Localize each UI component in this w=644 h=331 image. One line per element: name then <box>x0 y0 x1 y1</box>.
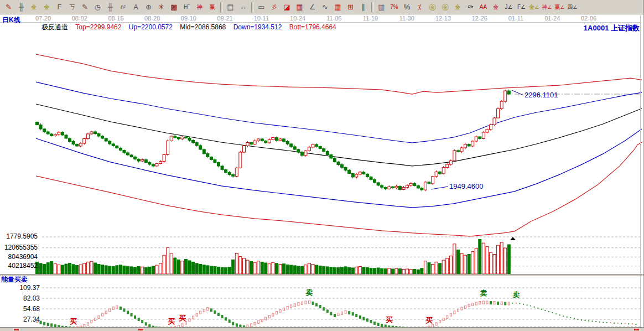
buy-signal-marker: 买 <box>70 317 77 325</box>
bottom-scrollbar[interactable] <box>0 327 644 331</box>
indicator-mid-value: Mid=2086.5868 <box>180 23 226 31</box>
date-tick: 12-26 <box>472 15 487 22</box>
date-tick: 12-13 <box>435 15 451 22</box>
symbol-label[interactable]: 1A0001 上证指数 <box>584 24 640 32</box>
sell-signal-marker: 卖 <box>480 289 487 297</box>
indicator-down-value: Down=1934.512 <box>233 23 282 31</box>
date-tick: 09-21 <box>217 15 233 22</box>
volume-axis-label: 80436904 <box>0 254 38 261</box>
main-axis-low-label: 1779.5905 <box>0 233 38 240</box>
indicator-readout: 极反通道 Top=2299.9462 Up=2200.0572 Mid=2086… <box>41 24 342 31</box>
date-tick: 08-28 <box>144 15 160 22</box>
energy-pane-title[interactable]: 能量买卖 <box>1 276 28 283</box>
date-tick: 10-11 <box>254 15 269 22</box>
buy-signal-marker: 买 <box>386 316 393 324</box>
date-tick: 11-06 <box>326 15 341 22</box>
date-tick: 10-24 <box>290 15 305 22</box>
date-tick: 01-24 <box>544 15 560 22</box>
indicator-name[interactable]: 极反通道 <box>41 23 68 31</box>
energy-axis-label: 82.03 <box>0 295 40 302</box>
last-price-annotation: 2296.1101 <box>524 91 558 99</box>
date-tick: 09-10 <box>181 15 196 22</box>
scrollbar-mark <box>634 329 639 330</box>
volume-axis-label: 120655355 <box>0 244 38 251</box>
date-tick: 08-02 <box>72 15 87 22</box>
date-tick: 07-20 <box>35 15 51 22</box>
chart-canvas: 07-2008-0208-1508-2809-1009-2110-1110-24… <box>0 0 644 331</box>
scrollbar-mark <box>14 329 19 330</box>
indicator-bott-value: Bott=1796.4664 <box>289 23 336 31</box>
buy-signal-marker: 买 <box>168 317 175 325</box>
sell-signal-marker: 卖 <box>306 288 313 297</box>
indicator-up-value: Up=2200.0572 <box>129 23 173 31</box>
energy-axis-label: 27.34 <box>0 316 40 323</box>
date-tick: 02-06 <box>581 15 596 22</box>
date-tick: 11-19 <box>363 15 378 22</box>
low-price-annotation: 1949.4600 <box>449 183 483 190</box>
energy-axis-label: 109.37 <box>0 285 40 292</box>
date-tick: 01-11 <box>508 15 523 22</box>
buy-signal-marker: 买 <box>179 314 186 322</box>
sell-signal-marker: 卖 <box>512 291 520 299</box>
date-tick: 08-15 <box>108 15 123 22</box>
indicator-top-value: Top=2299.9462 <box>75 23 121 31</box>
volume-axis-label: 40218452 <box>0 262 38 270</box>
kline-period-label[interactable]: 日K线 <box>2 17 20 24</box>
energy-axis-label: 54.68 <box>0 306 40 313</box>
date-tick: 11-30 <box>399 15 414 22</box>
stock-app-window: ✎╫金金F丂✎◷╫n²A⊕✳▩Η˝神赢▤↔▭彡◪▦∠∿▦⊞∥▥7%%⁒㊎㊎金✑A… <box>0 0 644 331</box>
scrollbar-mark <box>138 329 143 330</box>
buy-signal-marker: 买 <box>425 316 433 324</box>
